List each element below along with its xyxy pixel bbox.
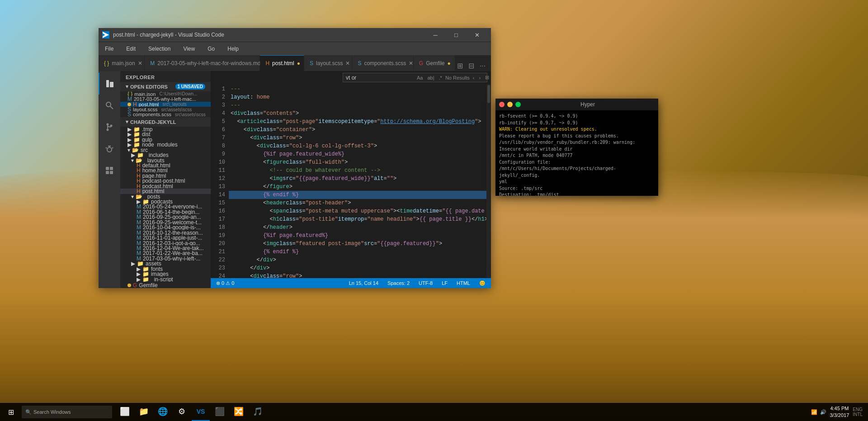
sidebar-folder-layouts[interactable]: ▾ 📂 _layouts: [120, 158, 211, 163]
vscode-close-btn[interactable]: ✕: [467, 28, 487, 42]
sidebar-folder-src[interactable]: ▾ 📂 src: [120, 147, 211, 152]
sidebar-file-components-scss[interactable]: S components.scss src\assets\scss: [120, 112, 211, 117]
sidebar-post-2016-06-14[interactable]: M 2016-06-14-the-begin...: [120, 209, 211, 214]
tab-post-html[interactable]: H post.html ●: [260, 55, 304, 71]
tab-main-json[interactable]: { } main.json ✕: [99, 55, 145, 71]
sidebar-folder-dist[interactable]: ▶ 📁 dist: [120, 132, 211, 137]
taskbar-clock[interactable]: 4:45 PM 3/3/2017: [830, 405, 849, 419]
hyper-close-btn[interactable]: [499, 102, 505, 107]
activity-git[interactable]: [99, 116, 120, 138]
menu-selection[interactable]: Selection: [146, 44, 173, 54]
activity-search[interactable]: [99, 95, 120, 116]
sidebar-folder-images[interactable]: ▶ 📁 images: [120, 271, 211, 276]
sidebar-post-2017-01-22[interactable]: M 2017-01-22-We-are-ba...: [120, 251, 211, 256]
sidebar-file-post-html-tree[interactable]: H post.html: [120, 189, 211, 194]
find-expand-btn[interactable]: ⊞: [484, 74, 491, 81]
menu-file[interactable]: File: [102, 44, 116, 54]
find-whole-word-btn[interactable]: ab|: [426, 75, 435, 81]
sidebar-post-2016-09-25a[interactable]: M 2016-09-25-google-an...: [120, 215, 211, 220]
sidebar-post-2016-12-03[interactable]: M 2016-12-03-i-got-a-go...: [120, 241, 211, 246]
sidebar-open-editors-header[interactable]: ▾ OPEN EDITORS 1 UNSAVED: [120, 82, 211, 91]
sidebar-file-main-json[interactable]: { } main.json C:\Users\h\Down...: [120, 91, 211, 96]
find-regex-btn[interactable]: .*: [438, 75, 443, 81]
find-next-btn[interactable]: ›: [477, 75, 482, 81]
editor-scrollbar-thumb[interactable]: [487, 85, 490, 103]
menu-edit[interactable]: Edit: [123, 44, 138, 54]
editor-layout-btn[interactable]: ⊟: [467, 61, 476, 71]
activity-explorer[interactable]: [99, 73, 120, 95]
statusbar-line-ending[interactable]: LF: [440, 280, 449, 286]
statusbar-encoding[interactable]: UTF-8: [417, 280, 434, 286]
sidebar-folder-fonts[interactable]: ▶ 📁 fonts: [120, 266, 211, 271]
find-prev-btn[interactable]: ‹: [472, 75, 476, 81]
sidebar-post-2016-10-04[interactable]: M 2016-10-04-google-is-...: [120, 225, 211, 230]
taskbar-language-indicator[interactable]: ENG INTL: [853, 407, 863, 417]
tab-layout-scss-close[interactable]: ✕: [345, 60, 350, 66]
taskbar-volume-icon[interactable]: 🔊: [820, 409, 826, 415]
tab-layout-scss[interactable]: S layout.scss ✕: [304, 55, 352, 71]
sidebar-project-header[interactable]: ▾ CHARGED-JEKYLL: [120, 117, 211, 127]
tab-post-html-close[interactable]: ●: [297, 60, 300, 66]
taskbar-app-taskview[interactable]: ⬜: [116, 403, 134, 421]
tab-gemfile[interactable]: G Gemfile ●: [414, 55, 455, 71]
taskbar-app-vscode[interactable]: VS: [192, 403, 210, 421]
code-editor[interactable]: --- layout: home --- <div class="content…: [229, 84, 486, 278]
statusbar-feedback[interactable]: 😊: [477, 280, 487, 286]
taskbar-search[interactable]: 🔍 Search Windows: [22, 406, 112, 418]
activity-extensions[interactable]: [99, 160, 120, 181]
taskbar-start-btn[interactable]: ⊞: [2, 403, 20, 421]
sidebar-gemfile[interactable]: G Gemfile: [120, 283, 211, 288]
sidebar-file-post-md[interactable]: M 2017-03-05-why-i-left-mac...: [120, 96, 211, 101]
sidebar-post-2017-03-05[interactable]: M 2017-03-05-why-i-left-...: [120, 256, 211, 261]
find-match-case-btn[interactable]: Aa: [415, 75, 424, 81]
sidebar-post-2016-09-25b[interactable]: M 2016-09-25-welcome-t...: [120, 220, 211, 225]
statusbar-language[interactable]: HTML: [455, 280, 472, 286]
sidebar-folder-includes[interactable]: ▶ 📁 _includes: [120, 152, 211, 157]
taskbar-app-hyper[interactable]: ⬛: [211, 403, 229, 421]
vscode-maximize-btn[interactable]: □: [446, 28, 467, 42]
taskbar-app-spotify[interactable]: 🎵: [249, 403, 267, 421]
sidebar-folder-in-script[interactable]: ▶ 📁 _in-script: [120, 277, 211, 282]
vscode-minimize-btn[interactable]: ─: [425, 28, 446, 42]
sidebar-file-default-html[interactable]: H default.html: [120, 163, 211, 168]
editor-more-btn[interactable]: ···: [478, 61, 487, 71]
sidebar-file-layout-scss[interactable]: S layout.scss src\assets\scss: [120, 107, 211, 112]
sidebar-file-podcast-post-html[interactable]: H podcast-post.html: [120, 179, 211, 184]
editor-split-btn[interactable]: ⊞: [455, 61, 465, 71]
find-input[interactable]: [346, 75, 414, 81]
tab-main-json-close[interactable]: ✕: [138, 60, 142, 66]
sidebar-file-post-html[interactable]: H post.html src\_layouts: [120, 102, 211, 107]
editor-scrollbar[interactable]: [486, 84, 491, 278]
taskbar-app-settings[interactable]: ⚙: [173, 403, 191, 421]
tab-gemfile-close[interactable]: ●: [448, 60, 451, 66]
tab-components-scss-close[interactable]: ✕: [409, 60, 413, 66]
sidebar-file-podcast-html[interactable]: H podcast.html: [120, 184, 211, 189]
menu-go[interactable]: Go: [205, 44, 217, 54]
sidebar-folder-tmp[interactable]: ▶ 📁 .tmp: [120, 127, 211, 132]
sidebar-post-2016-12-04[interactable]: M 2016-12-04-We-are-tak...: [120, 246, 211, 251]
taskbar-app-git[interactable]: 🔀: [230, 403, 248, 421]
sidebar-folder-gulp[interactable]: ▶ 📁 gulp: [120, 137, 211, 142]
sidebar-folder-posts[interactable]: ▾ 📂 _posts: [120, 194, 211, 199]
tab-components-scss[interactable]: S components.scss ✕: [352, 55, 413, 71]
sidebar-file-home-html[interactable]: H home.html: [120, 168, 211, 173]
statusbar-spaces[interactable]: Spaces: 2: [386, 280, 411, 286]
sidebar-post-2016-05-24[interactable]: M 2016-05-24-everyone-i...: [120, 204, 211, 209]
sidebar-folder-node-modules[interactable]: ▶ 📁 node_modules: [120, 142, 211, 147]
taskbar-app-explorer[interactable]: 📁: [135, 403, 153, 421]
statusbar-errors[interactable]: ⊗ 0 ⚠ 0: [214, 280, 236, 286]
hyper-min-btn[interactable]: [507, 102, 513, 107]
hyper-max-btn[interactable]: [515, 102, 521, 107]
sidebar-folder-assets[interactable]: ▶ 📁 assets: [120, 261, 211, 266]
sidebar-file-page-html[interactable]: H page.html: [120, 173, 211, 178]
sidebar-post-2016-11-01[interactable]: M 2016-11-01-apple-just-...: [120, 235, 211, 240]
statusbar-line-col[interactable]: Ln 15, Col 14: [347, 280, 380, 286]
taskbar-app-edge[interactable]: 🌐: [154, 403, 172, 421]
hyper-terminal-content[interactable]: rb-fsevent (>= 0.9.4, ~> 0.9) rb-inotify…: [495, 110, 658, 196]
sidebar-post-2016-10-12[interactable]: M 2016-10-12-the-reason...: [120, 230, 211, 235]
menu-view[interactable]: View: [180, 44, 198, 54]
menu-help[interactable]: Help: [225, 44, 241, 54]
tab-post-md[interactable]: M 2017-03-05-why-i-left-mac-for-windows.…: [145, 55, 260, 71]
taskbar-network-icon[interactable]: 📶: [811, 409, 817, 415]
activity-debug[interactable]: [99, 138, 120, 160]
